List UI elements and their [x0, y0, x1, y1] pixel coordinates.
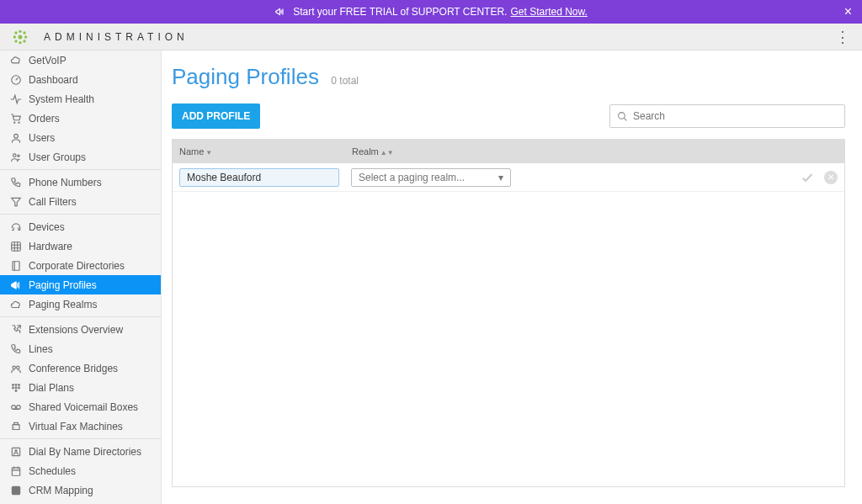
svg-point-26 [13, 384, 14, 385]
horn-icon [10, 279, 22, 291]
megaphone-icon [274, 6, 286, 18]
sidebar-item-paging-realms[interactable]: Paging Realms [0, 294, 161, 314]
phone2-icon [10, 343, 22, 355]
user-icon [10, 132, 22, 144]
sidebar-item-users[interactable]: Users [0, 128, 161, 147]
sidebar-item-conference-bridges[interactable]: Conference Bridges [0, 358, 161, 378]
search-icon [617, 111, 628, 122]
sidebar-item-shared-voicemail-boxes[interactable]: Shared Voicemail Boxes [0, 397, 161, 416]
dial-icon [10, 382, 22, 394]
sidebar-item-label: Extensions Overview [29, 324, 123, 336]
sidebar-separator [0, 438, 161, 439]
search-input[interactable] [633, 110, 838, 122]
svg-point-29 [13, 387, 14, 389]
svg-rect-21 [13, 261, 19, 270]
svg-point-48 [619, 112, 625, 119]
sidebar-item-paging-profiles[interactable]: Paging Profiles [0, 275, 161, 294]
sidebar-item-hold-music[interactable]: Hold Music [0, 500, 161, 504]
sidebar-item-label: Paging Profiles [29, 279, 97, 291]
svg-point-31 [19, 387, 20, 389]
banner-link[interactable]: Get Started Now. [510, 6, 587, 18]
close-icon[interactable]: × [844, 4, 852, 19]
sidebar-item-dashboard[interactable]: Dashboard [0, 70, 161, 89]
sidebar-item-dial-by-name-directories[interactable]: Dial By Name Directories [0, 442, 161, 461]
page-count: 0 total [331, 75, 359, 87]
sidebar-item-extensions-overview[interactable]: Extensions Overview [0, 320, 161, 339]
sidebar-item-hardware[interactable]: Hardware [0, 236, 161, 256]
cancel-icon[interactable]: ✕ [824, 171, 838, 184]
chevron-down-icon: ▾ [498, 172, 503, 183]
search-box[interactable] [609, 104, 845, 128]
column-realm[interactable]: Realm▲▼ [352, 146, 520, 157]
sidebar-item-label: Paging Realms [29, 299, 97, 310]
svg-line-49 [624, 118, 626, 120]
cal-icon [10, 465, 22, 477]
main-content: Paging Profiles 0 total ADD PROFILE Name… [162, 50, 862, 504]
sidebar-item-label: Schedules [29, 465, 76, 477]
sidebar-item-orders[interactable]: Orders [0, 109, 161, 128]
cloud2-icon [10, 299, 22, 310]
svg-point-2 [19, 41, 21, 44]
sidebar-item-system-health[interactable]: System Health [0, 89, 161, 109]
sidebar-item-user-groups[interactable]: User Groups [0, 147, 161, 167]
grid-empty-area [173, 192, 844, 486]
page-title: Paging Profiles [172, 64, 319, 90]
users-icon [10, 151, 22, 163]
topbar: ADMINISTRATION ⋮ [0, 24, 862, 50]
sidebar-item-label: Corporate Directories [29, 260, 125, 272]
add-profile-button[interactable]: ADD PROFILE [172, 103, 260, 129]
cart-icon [10, 113, 22, 125]
sidebar-item-virtual-fax-machines[interactable]: Virtual Fax Machines [0, 416, 161, 436]
sidebar-item-devices[interactable]: Devices [0, 217, 161, 236]
sidebar-item-dial-plans[interactable]: Dial Plans [0, 378, 161, 397]
sidebar-item-label: Users [29, 132, 55, 144]
conf-icon [10, 363, 22, 374]
svg-point-28 [19, 384, 20, 385]
sidebar-item-label: Dashboard [29, 74, 78, 86]
svg-point-34 [17, 405, 21, 409]
table-row: Select a paging realm... ▾ ✕ [173, 163, 844, 192]
sidebar-item-label: Dial Plans [29, 382, 74, 394]
filter-icon [10, 196, 22, 208]
grid-header: Name▼ Realm▲▼ [173, 140, 844, 163]
brand-logo-icon [12, 29, 29, 45]
sidebar-item-label: Orders [29, 113, 60, 125]
svg-point-12 [14, 134, 19, 138]
sidebar-item-label: User Groups [29, 151, 86, 163]
sidebar-item-label: System Health [29, 93, 94, 105]
sidebar-item-crm-mapping[interactable]: CRM Mapping [0, 480, 161, 500]
svg-rect-45 [12, 486, 19, 494]
sidebar-item-lines[interactable]: Lines [0, 339, 161, 358]
confirm-icon[interactable] [801, 171, 814, 184]
svg-point-30 [15, 387, 17, 389]
svg-point-3 [13, 35, 16, 38]
realm-select[interactable]: Select a paging realm... ▾ [351, 168, 511, 187]
svg-point-1 [19, 29, 21, 32]
sidebar-item-schedules[interactable]: Schedules [0, 461, 161, 480]
pulse-icon [10, 93, 22, 105]
sidebar-item-label: CRM Mapping [29, 485, 93, 496]
column-name[interactable]: Name▼ [179, 146, 352, 157]
kebab-menu-icon[interactable]: ⋮ [835, 34, 850, 40]
sidebar-item-phone-numbers[interactable]: Phone Numbers [0, 172, 161, 192]
gauge-icon [10, 74, 22, 86]
cloud-icon [10, 55, 22, 66]
sidebar-item-label: Phone Numbers [29, 177, 102, 188]
sidebar-item-call-filters[interactable]: Call Filters [0, 192, 161, 211]
sidebar-item-label: GetVoIP [29, 55, 67, 66]
sidebar-item-getvoip[interactable]: GetVoIP [0, 50, 161, 70]
svg-point-32 [15, 390, 17, 391]
ext-icon [10, 324, 22, 336]
data-grid: Name▼ Realm▲▼ Select a paging realm... ▾… [172, 139, 845, 487]
sort-caret-icon: ▼ [205, 149, 212, 157]
svg-rect-41 [12, 467, 19, 475]
svg-line-23 [17, 325, 20, 328]
banner-text: Start your FREE TRIAL of SUPPORT CENTER. [293, 6, 507, 18]
svg-point-40 [15, 449, 17, 451]
name-input[interactable] [179, 168, 339, 187]
sidebar-separator [0, 316, 161, 317]
svg-point-33 [12, 405, 16, 409]
svg-point-8 [23, 40, 25, 42]
sort-caret-icon: ▲▼ [380, 149, 394, 157]
sidebar-item-corporate-directories[interactable]: Corporate Directories [0, 256, 161, 275]
